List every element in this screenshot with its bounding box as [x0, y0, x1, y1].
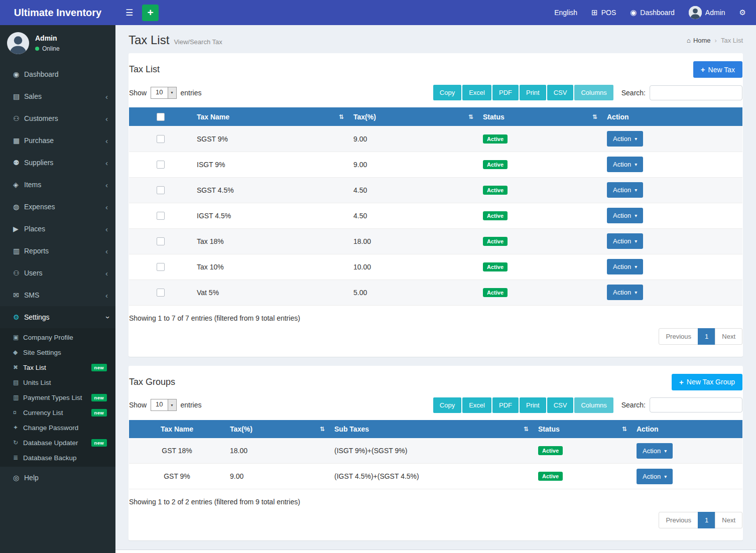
column-header-status[interactable]: Status⇅ [478, 107, 602, 126]
sidebar-item-help[interactable]: ◎ Help [0, 467, 115, 489]
plus-icon: + [679, 378, 684, 386]
row-checkbox[interactable] [157, 289, 165, 297]
breadcrumb-home[interactable]: ⌂ Home [687, 37, 711, 44]
search-input[interactable] [650, 85, 742, 100]
page-size-select[interactable]: 10 ▼ [151, 399, 176, 411]
new-tax-button[interactable]: + New Tax [693, 61, 742, 78]
row-checkbox[interactable] [157, 135, 165, 143]
tax-name-cell: IGST 4.5% [192, 203, 348, 228]
page-number-button[interactable]: 1 [698, 512, 715, 528]
sidebar-subitem-units-list[interactable]: ▤ Units List [0, 375, 115, 390]
settings-menu[interactable]: ⚙ [739, 8, 746, 17]
sidebar-subitem-database-updater[interactable]: ↻ Database Updater new [0, 435, 115, 450]
pdf-button[interactable]: PDF [492, 397, 519, 413]
sidebar-item-suppliers[interactable]: ⚉ Suppliers ‹ [0, 152, 115, 174]
sidebar-item-sales[interactable]: ▤ Sales ‹ [0, 85, 115, 107]
previous-page-button[interactable]: Previous [659, 328, 698, 345]
action-button[interactable]: Action▾ [607, 208, 643, 223]
row-checkbox[interactable] [157, 161, 165, 169]
select-arrow-icon: ▼ [168, 87, 176, 98]
next-page-button[interactable]: Next [715, 512, 742, 528]
navbar-right: English ⊞ POS ◉ Dashboard Admin ⚙ [554, 6, 746, 19]
row-checkbox[interactable] [157, 237, 165, 245]
quick-add-button[interactable]: + [142, 5, 159, 21]
column-header-tax-name[interactable]: Tax Name⇅ [192, 107, 348, 126]
sidebar-item-sms[interactable]: ✉ SMS ‹ [0, 284, 115, 306]
dashboard-label: Dashboard [640, 9, 675, 17]
sidebar-item-label: Sales [24, 92, 42, 100]
sidebar-item-items[interactable]: ◈ Items ‹ [0, 174, 115, 196]
sidebar-subitem-change-password[interactable]: ✦ Change Password [0, 420, 115, 435]
action-button[interactable]: Action▾ [637, 443, 673, 459]
action-button[interactable]: Action▾ [607, 233, 643, 249]
sidebar-subitem-currency-list[interactable]: ¤ Currency List new [0, 405, 115, 420]
export-buttons: Copy Excel PDF Print CSV Columns [433, 397, 613, 413]
sidebar-subitem-database-backup[interactable]: ≣ Database Backup [0, 450, 115, 465]
page-number-button[interactable]: 1 [698, 328, 715, 345]
gear-icon: ⚙ [13, 313, 24, 321]
select-all-checkbox[interactable] [157, 113, 165, 121]
sidebar-item-users[interactable]: ⚇ Users ‹ [0, 262, 115, 284]
column-header-tax-name[interactable]: Tax Name [129, 420, 225, 438]
page-size-select[interactable]: 10 ▼ [151, 87, 176, 99]
sidebar-subitem-site-settings[interactable]: ◆ Site Settings [0, 345, 115, 360]
columns-button[interactable]: Columns [574, 85, 613, 100]
column-header-sub-taxes[interactable]: Sub Taxes⇅ [329, 420, 533, 438]
column-header-tax-pct[interactable]: Tax(%)⇅ [225, 420, 329, 438]
sidebar-item-places[interactable]: ▶ Places ‹ [0, 218, 115, 240]
action-button[interactable]: Action▾ [607, 131, 643, 147]
new-badge: new [91, 364, 107, 371]
sidebar-item-dashboard[interactable]: ◉ Dashboard [0, 63, 115, 85]
previous-page-button[interactable]: Previous [659, 512, 698, 528]
sidebar-user-status: Online [35, 45, 60, 52]
row-checkbox[interactable] [157, 186, 165, 194]
column-header-tax-pct[interactable]: Tax(%)⇅ [348, 107, 478, 126]
pdf-button[interactable]: PDF [492, 85, 519, 100]
column-header-status[interactable]: Status⇅ [533, 420, 632, 438]
action-button[interactable]: Action▾ [607, 285, 643, 300]
caret-down-icon: ▾ [635, 238, 637, 244]
search-label: Search: [621, 401, 646, 409]
copy-button[interactable]: Copy [433, 397, 461, 413]
grid-icon: ▦ [13, 136, 24, 145]
search-input[interactable] [650, 397, 742, 412]
excel-button[interactable]: Excel [462, 397, 491, 413]
print-button[interactable]: Print [520, 85, 546, 100]
sidebar-item-purchase[interactable]: ▦ Purchase ‹ [0, 129, 115, 152]
sort-icon: ⇅ [339, 113, 344, 120]
action-button[interactable]: Action▾ [607, 182, 643, 198]
excel-button[interactable]: Excel [462, 85, 491, 100]
next-page-button[interactable]: Next [715, 328, 742, 345]
pos-link[interactable]: ⊞ POS [591, 8, 616, 17]
show-label: Show [129, 89, 147, 97]
csv-button[interactable]: CSV [547, 85, 574, 100]
row-checkbox[interactable] [157, 263, 165, 271]
sidebar-item-expenses[interactable]: ◍ Expenses ‹ [0, 196, 115, 218]
sidebar-item-reports[interactable]: ▥ Reports ‹ [0, 240, 115, 262]
sidebar-subitem-tax-list[interactable]: ✖ Tax List new [0, 360, 115, 375]
new-tax-group-button[interactable]: + New Tax Group [672, 374, 742, 390]
home-icon: ⌂ [687, 37, 691, 44]
columns-button[interactable]: Columns [574, 397, 613, 413]
action-button[interactable]: Action▾ [607, 157, 643, 172]
action-button[interactable]: Action▾ [607, 259, 643, 274]
sidebar-item-settings[interactable]: ⚙ Settings ‹ [0, 306, 115, 328]
sidebar-item-label: Places [24, 225, 45, 233]
pos-label: POS [601, 9, 616, 17]
status-badge: Active [483, 134, 508, 144]
user-menu[interactable]: Admin [689, 6, 725, 19]
subitem-label: Payment Types List [23, 394, 82, 401]
sidebar-subitem-payment-types-list[interactable]: ▥ Payment Types List new [0, 390, 115, 405]
select-arrow-icon: ▼ [168, 399, 176, 410]
language-menu[interactable]: English [554, 9, 577, 17]
action-button[interactable]: Action▾ [637, 469, 673, 484]
row-checkbox[interactable] [157, 212, 165, 220]
sidebar-item-customers[interactable]: ⚇ Customers ‹ [0, 107, 115, 129]
copy-button[interactable]: Copy [433, 85, 461, 100]
dashboard-link[interactable]: ◉ Dashboard [630, 8, 675, 17]
sidebar-subitem-company-profile[interactable]: ▣ Company Profile [0, 330, 115, 345]
csv-button[interactable]: CSV [547, 397, 574, 413]
print-button[interactable]: Print [520, 397, 546, 413]
online-label: Online [42, 45, 60, 52]
menu-toggle-icon[interactable]: ☰ [125, 8, 133, 18]
